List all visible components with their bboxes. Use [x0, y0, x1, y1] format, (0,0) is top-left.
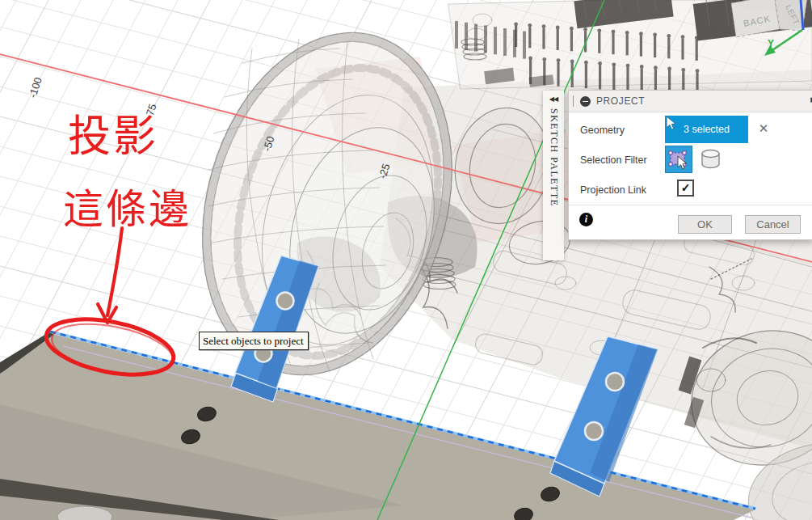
clear-selection-button[interactable]: ✕ [756, 121, 771, 136]
geometry-label: Geometry [580, 125, 625, 136]
annotation-text-projection: 投影 [68, 102, 158, 163]
geometry-selection-button[interactable]: 3 selected [665, 116, 748, 143]
project-command-icon [580, 96, 591, 107]
selection-tooltip: Select objects to project [199, 332, 309, 350]
projection-link-label: Projection Link [580, 184, 646, 196]
cursor-arrow-icon [665, 116, 676, 130]
projection-link-checkbox[interactable]: ✓ [677, 180, 694, 197]
y-axis-label: Y [768, 38, 774, 49]
annotation-text-this-edge: 這條邊 [63, 176, 191, 235]
selection-window-icon [669, 151, 686, 169]
dialog-grip[interactable] [573, 95, 574, 107]
sketch-palette-title: SKETCH PALETTE [548, 108, 560, 207]
cylinder-body-icon [702, 150, 719, 168]
selection-filter-label: Selection Filter [580, 154, 647, 166]
filter-edges-button[interactable] [665, 146, 692, 173]
axis-label: -100 [27, 76, 44, 99]
geometry-selected-count: 3 selected [684, 124, 730, 135]
ok-button[interactable]: OK [678, 215, 732, 234]
project-dialog[interactable]: PROJECT ▶▶ Geometry 3 selected ✕ Selecti… [568, 90, 812, 240]
filter-bodies-button[interactable] [698, 148, 723, 171]
sketch-palette-strip[interactable]: ◀◀ SKETCH PALETTE [543, 91, 564, 260]
dialog-separator [569, 205, 812, 205]
scene-svg[interactable]: -100 -75 -50 -25 [0, 0, 812, 520]
dialog-title: PROJECT [596, 95, 645, 107]
viewcube[interactable]: BACK LEFT Y [723, 0, 812, 97]
project-dialog-header[interactable]: PROJECT ▶▶ [569, 91, 812, 112]
cancel-button[interactable]: Cancel [745, 215, 801, 234]
sketch-canvas[interactable]: -100 -75 -50 -25 投影 這條邊 Select objects t… [0, 0, 812, 520]
info-icon[interactable]: i [579, 213, 593, 226]
collapse-palette-icon[interactable]: ◀◀ [549, 95, 557, 103]
annotation-arrow [107, 228, 122, 315]
